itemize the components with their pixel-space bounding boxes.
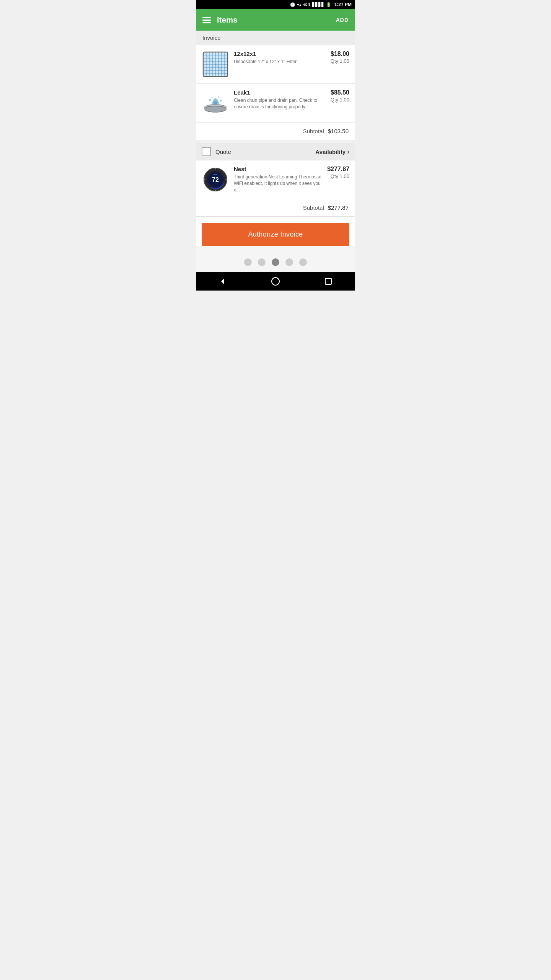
add-button[interactable]: ADD	[336, 17, 349, 23]
menu-button[interactable]	[202, 17, 211, 23]
page-title: Items	[217, 16, 238, 24]
recent-apps-button[interactable]	[321, 274, 336, 289]
quote-header: Quote Availability ›	[196, 143, 355, 160]
svg-point-34	[226, 179, 227, 180]
page-indicator-4[interactable]	[285, 258, 293, 266]
chevron-right-icon: ›	[347, 148, 349, 156]
page-indicator-1[interactable]	[244, 258, 252, 266]
item-price: $277.87	[327, 166, 349, 173]
svg-point-24	[220, 100, 222, 102]
availability-label: Availability	[315, 149, 346, 155]
signal-icon: ▋▋▋▋	[312, 2, 324, 7]
invoice-subtotal-row: Subtotal $103.50	[196, 122, 355, 140]
item-description: Disposable 12" x 12" x 1" Filter	[234, 59, 328, 65]
svg-rect-39	[325, 278, 331, 284]
quote-subtotal-value: $277.87	[328, 204, 349, 211]
app-header: Items ADD	[196, 9, 355, 31]
table-row[interactable]: Leak1 Clean drain pipe and drain pan. Ch…	[196, 84, 355, 122]
svg-point-38	[272, 278, 279, 285]
svg-point-26	[218, 96, 219, 98]
item-name: Leak1	[234, 89, 328, 96]
item-name: Nest	[234, 166, 324, 172]
quote-subtotal-row: Subtotal $277.87	[196, 199, 355, 217]
page-indicator-2[interactable]	[258, 258, 266, 266]
invoice-items-section: 12x12x1 Disposable 12" x 12" x 1" Filter…	[196, 45, 355, 140]
svg-point-36	[204, 179, 205, 180]
svg-point-22	[213, 98, 218, 105]
svg-text:72: 72	[212, 176, 219, 183]
clock-icon: 🕐	[290, 2, 295, 7]
item-qty: Qty 1.00	[331, 97, 349, 103]
item-price: $85.50	[331, 89, 349, 96]
home-button[interactable]	[268, 274, 283, 289]
invoice-section-label: Invoice	[196, 31, 355, 45]
nest-image: 72 nest	[202, 166, 229, 193]
svg-text:nest: nest	[214, 173, 217, 175]
4g-icon: 4G⬆	[303, 3, 311, 7]
quote-subtotal-label: Subtotal	[303, 204, 324, 211]
item-name: 12x12x1	[234, 51, 328, 57]
quote-checkbox[interactable]	[202, 147, 211, 156]
page-indicator-3[interactable]	[272, 258, 279, 266]
item-description: Third generation Nest Learning Thermosta…	[234, 174, 324, 193]
page-indicator-5[interactable]	[299, 258, 307, 266]
item-qty: Qty 1.00	[331, 58, 349, 64]
status-bar: 🕐 ▾▴ 4G⬆ ▋▋▋▋ 🔋 1:27 PM	[196, 0, 355, 9]
table-row[interactable]: 12x12x1 Disposable 12" x 12" x 1" Filter…	[196, 45, 355, 84]
page-indicators	[196, 252, 355, 272]
nav-bar	[196, 272, 355, 291]
svg-point-35	[215, 190, 216, 191]
filter-image	[202, 51, 229, 78]
svg-point-25	[212, 97, 213, 98]
invoice-subtotal-value: $103.50	[328, 128, 349, 134]
back-button[interactable]	[215, 274, 230, 289]
authorize-invoice-button[interactable]: Authorize Invoice	[202, 223, 349, 246]
quote-items-section: 72 nest Nest Third generation Nest Learn…	[196, 160, 355, 246]
section-divider	[196, 140, 355, 143]
main-content: Invoice	[196, 31, 355, 272]
status-time: 1:27 PM	[334, 2, 352, 7]
item-price: $18.00	[331, 51, 349, 57]
availability-button[interactable]: Availability ›	[315, 148, 349, 156]
wifi-icon: ▾▴	[297, 2, 302, 7]
svg-point-23	[209, 99, 211, 101]
svg-point-33	[215, 168, 216, 170]
table-row[interactable]: 72 nest Nest Third generation Nest Learn…	[196, 160, 355, 199]
battery-icon: 🔋	[326, 2, 331, 7]
item-qty: Qty 1.00	[327, 173, 349, 179]
item-description: Clean drain pipe and drain pan. Check to…	[234, 97, 328, 110]
svg-point-20	[205, 106, 226, 112]
leak-image	[202, 89, 229, 117]
svg-marker-37	[221, 278, 224, 284]
quote-section-label: Quote	[215, 149, 231, 155]
invoice-subtotal-label: Subtotal	[303, 128, 324, 134]
